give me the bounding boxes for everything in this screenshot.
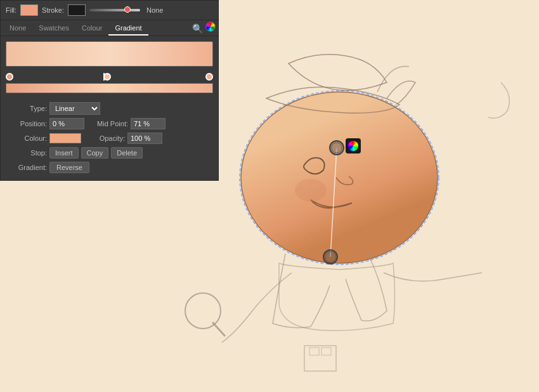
stroke-width-slider[interactable] (89, 9, 140, 11)
stop-row: Stop: Insert Copy Delete (6, 147, 213, 159)
gradient-bar-container (6, 41, 213, 67)
reverse-button[interactable]: Reverse (49, 162, 89, 173)
svg-line-5 (212, 322, 225, 336)
gradient-label: Gradient: (6, 164, 47, 171)
stop-buttons: Insert Copy Delete (49, 147, 143, 159)
gradient-row: Gradient: Reverse (6, 162, 213, 173)
copy-button[interactable]: Copy (81, 147, 109, 159)
color-wheel-icon (348, 141, 358, 151)
midpoint-input[interactable] (131, 118, 166, 129)
eyedropper-button[interactable]: 🔍 (190, 22, 205, 36)
gradient-panel: Fill: Stroke: None None Swatches Colour … (0, 0, 219, 181)
gradient-stop-mid[interactable] (103, 73, 111, 81)
opacity-input[interactable] (127, 133, 162, 144)
stroke-width-thumb (124, 6, 131, 13)
color-wheel-small[interactable] (205, 22, 216, 32)
svg-line-9 (330, 148, 337, 257)
type-row: Type: Linear Radial Angular (6, 102, 213, 115)
tab-bar: None Swatches Colour Gradient 🔍 (1, 20, 218, 36)
stroke-width-slider-container (89, 9, 140, 11)
svg-point-2 (240, 91, 439, 265)
type-label: Type: (6, 105, 47, 112)
stop-label: Stop: (6, 149, 47, 157)
position-midpoint-row: Position: Mid Point: (6, 118, 213, 129)
fill-stroke-bar: Fill: Stroke: None (1, 1, 218, 20)
fill-label: Fill: (6, 6, 16, 14)
svg-point-4 (185, 293, 221, 329)
gradient-preview-area (1, 36, 218, 98)
tab-swatches[interactable]: Swatches (32, 22, 75, 36)
fill-swatch[interactable] (20, 4, 38, 16)
svg-rect-7 (309, 348, 319, 355)
tab-none[interactable]: None (3, 22, 32, 36)
position-input[interactable] (49, 118, 84, 129)
midpoint-label: Mid Point: (87, 120, 128, 127)
gradient-bar[interactable] (6, 41, 213, 67)
stroke-swatch[interactable] (68, 4, 86, 16)
color-strip (6, 83, 213, 93)
svg-point-12 (323, 250, 337, 264)
svg-point-3 (295, 179, 327, 202)
none-button[interactable]: None (144, 5, 166, 15)
tab-colour[interactable]: Colour (75, 22, 108, 36)
svg-point-11 (332, 143, 342, 153)
gradient-stops-row (6, 70, 213, 83)
color-picker-icon[interactable] (346, 138, 361, 154)
colour-swatch[interactable] (49, 133, 81, 143)
colour-label: Colour: (6, 134, 47, 142)
svg-rect-6 (304, 346, 336, 371)
gradient-stop-right[interactable] (205, 73, 213, 81)
tab-gradient[interactable]: Gradient (108, 22, 148, 36)
insert-button[interactable]: Insert (49, 147, 79, 159)
type-select[interactable]: Linear Radial Angular (49, 102, 100, 115)
position-label: Position: (6, 120, 47, 127)
controls-area: Type: Linear Radial Angular Position: Mi… (1, 98, 218, 180)
delete-button[interactable]: Delete (111, 147, 143, 159)
opacity-label: Opacity: (84, 134, 125, 142)
svg-point-1 (241, 92, 438, 263)
gradient-stop-left[interactable] (6, 73, 13, 81)
stroke-label: Stroke: (42, 6, 64, 14)
svg-point-10 (330, 141, 344, 155)
colour-opacity-row: Colour: Opacity: (6, 133, 213, 144)
svg-rect-8 (321, 348, 331, 355)
svg-point-13 (325, 252, 335, 262)
